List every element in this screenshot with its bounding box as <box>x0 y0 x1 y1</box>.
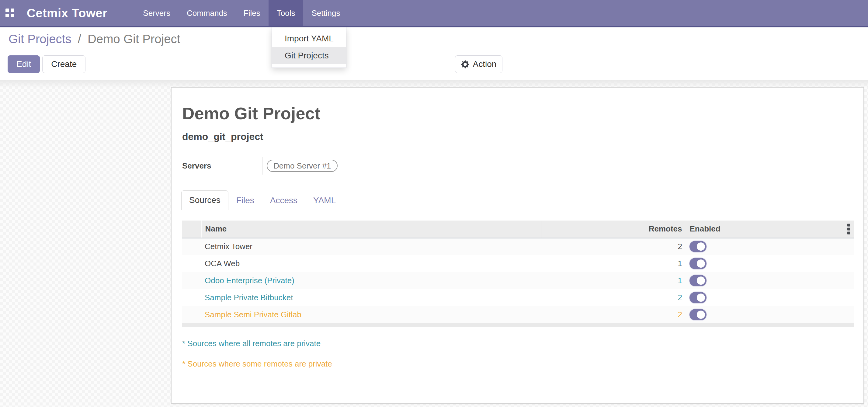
servers-field-label: Servers <box>182 161 262 170</box>
nav-item-files[interactable]: Files <box>236 0 269 26</box>
sources-table: Name Remotes Enabled Cetmix Tower 2 <box>182 221 854 323</box>
source-name: Cetmix Tower <box>202 238 541 255</box>
source-name: OCA Web <box>202 255 541 272</box>
enabled-toggle[interactable] <box>689 241 707 252</box>
breadcrumb: Git Projects / Demo Git Project <box>8 32 180 46</box>
remotes-count: 1 <box>541 255 686 272</box>
record-code: demo_git_project <box>182 131 863 143</box>
record-title: Demo Git Project <box>182 103 863 123</box>
notebook-tabs: Sources Files Access YAML <box>172 190 863 210</box>
servers-field-value: Demo Server #1 <box>262 157 338 175</box>
legend-all-remotes-private: * Sources where all remotes are private <box>182 339 863 348</box>
content-area: Demo Git Project demo_git_project Server… <box>0 80 868 407</box>
column-header-name[interactable]: Name <box>202 221 541 238</box>
tools-dropdown-menu: Import YAML Git Projects <box>272 27 346 68</box>
record-buttons: Edit Create <box>8 55 86 73</box>
breadcrumb-link-git-projects[interactable]: Git Projects <box>8 32 71 45</box>
menu-item-import-yaml[interactable]: Import YAML <box>272 30 346 47</box>
apps-grid-icon <box>5 8 14 18</box>
nav-item-servers[interactable]: Servers <box>135 0 179 26</box>
table-row-sample-semi-private-gitlab[interactable]: Sample Semi Private Gitlab 2 <box>182 306 854 323</box>
edit-button[interactable]: Edit <box>8 55 40 73</box>
column-header-remotes[interactable]: Remotes <box>541 221 686 238</box>
table-row-odoo-enterprise[interactable]: Odoo Enterprise (Private) 1 <box>182 272 854 289</box>
enabled-toggle[interactable] <box>689 292 707 303</box>
action-button-label: Action <box>473 59 497 69</box>
enabled-toggle[interactable] <box>689 258 707 269</box>
nav-item-settings[interactable]: Settings <box>303 0 348 26</box>
remotes-count: 2 <box>541 306 686 323</box>
remotes-count: 2 <box>541 238 686 255</box>
table-row-sample-private-bitbucket[interactable]: Sample Private Bitbucket 2 <box>182 289 854 306</box>
tab-sources[interactable]: Sources <box>181 190 228 210</box>
remotes-count: 2 <box>541 289 686 306</box>
source-name: Sample Semi Private Gitlab <box>202 306 541 323</box>
create-button[interactable]: Create <box>42 55 86 73</box>
selector-column-header[interactable] <box>182 221 202 238</box>
apps-menu-button[interactable] <box>0 0 20 26</box>
enabled-toggle[interactable] <box>689 275 707 286</box>
brand-title[interactable]: Cetmix Tower <box>27 0 107 26</box>
control-panel: Git Projects / Demo Git Project Edit Cre… <box>0 27 868 80</box>
nav-item-commands[interactable]: Commands <box>179 0 236 26</box>
column-header-enabled[interactable]: Enabled <box>686 221 854 238</box>
legend-some-remotes-private: * Sources where some remotes are private <box>182 359 863 369</box>
tab-files[interactable]: Files <box>228 190 262 210</box>
table-row-cetmix-tower[interactable]: Cetmix Tower 2 <box>182 238 854 255</box>
remotes-count: 1 <box>541 272 686 289</box>
nav-item-tools[interactable]: Tools <box>269 0 304 26</box>
source-name: Sample Private Bitbucket <box>202 289 541 306</box>
source-name: Odoo Enterprise (Private) <box>202 272 541 289</box>
table-row-oca-web[interactable]: OCA Web 1 <box>182 255 854 272</box>
optional-columns-icon[interactable] <box>847 224 850 234</box>
sources-table-container: Name Remotes Enabled Cetmix Tower 2 <box>182 221 854 327</box>
breadcrumb-current: Demo Git Project <box>88 32 180 45</box>
privacy-legend: * Sources where all remotes are private … <box>182 339 863 369</box>
enabled-toggle[interactable] <box>689 309 707 320</box>
top-navbar: Cetmix Tower Servers Commands Files Tool… <box>0 0 868 27</box>
action-button[interactable]: Action <box>455 55 502 73</box>
table-horizontal-scrollbar[interactable] <box>182 323 854 327</box>
server-tag[interactable]: Demo Server #1 <box>267 160 338 172</box>
form-sheet: Demo Git Project demo_git_project Server… <box>171 87 864 404</box>
breadcrumb-separator: / <box>78 32 81 45</box>
table-header-row: Name Remotes Enabled <box>182 221 854 238</box>
column-header-enabled-label: Enabled <box>690 224 720 233</box>
tab-yaml[interactable]: YAML <box>305 190 344 210</box>
servers-field: Servers Demo Server #1 <box>182 157 863 175</box>
gear-icon <box>461 60 469 68</box>
main-menu: Servers Commands Files Tools Settings <box>135 0 348 26</box>
menu-item-git-projects[interactable]: Git Projects <box>272 47 346 64</box>
tab-access[interactable]: Access <box>262 190 305 210</box>
